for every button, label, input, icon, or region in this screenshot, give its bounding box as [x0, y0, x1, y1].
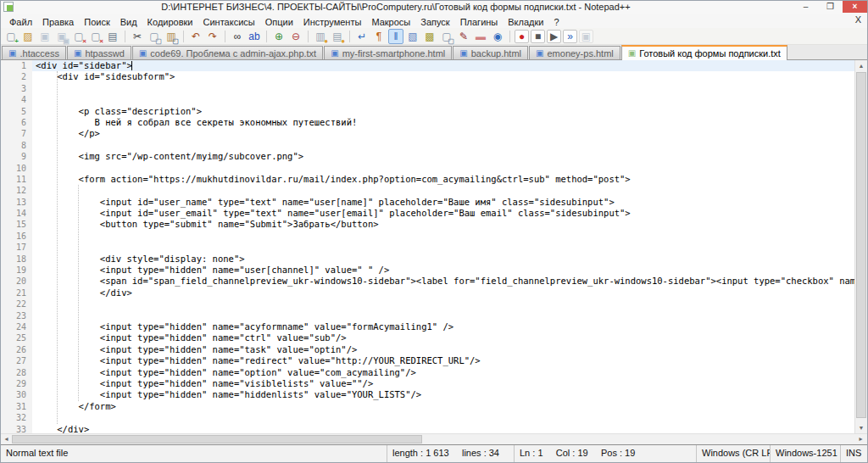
macro-run-multiple-icon[interactable]: » [563, 30, 577, 43]
code-line-11[interactable]: 11 <form action="https://mukhutdinovilda… [1, 174, 854, 185]
zoom-out-icon[interactable]: ⊖ [288, 29, 303, 44]
undo-icon[interactable]: ↶ [188, 29, 203, 44]
horizontal-scrollbar[interactable]: ◂ ▸ [1, 433, 867, 444]
code-line-21[interactable]: 21 </div> [1, 287, 854, 298]
code-line-4[interactable]: 4 [1, 94, 854, 105]
menu-item-Макросы[interactable]: Макросы [366, 16, 415, 28]
define-language-icon[interactable]: ✎ [456, 29, 471, 44]
code-line-16[interactable]: 16 [1, 231, 854, 242]
code-line-2[interactable]: 2 <div id="sidesubform"> [1, 71, 854, 82]
word-wrap-icon[interactable]: ↵ [354, 29, 370, 44]
code-line-1[interactable]: 1<div id="sidebar"> [1, 60, 854, 71]
code-line-19[interactable]: 19 <input type="hidden" name="user[chann… [1, 265, 854, 276]
macro-stop-icon[interactable]: ■ [531, 30, 545, 43]
restore-button[interactable]: ❐ [818, 1, 843, 13]
code-line-7[interactable]: 7 </p> [1, 128, 854, 139]
doc-switcher-icon[interactable]: ▢▢ [439, 29, 454, 44]
status-insert-mode[interactable]: INS [840, 445, 867, 462]
text-editor[interactable]: 1<div id="sidebar">2 <div id="sidesubfor… [1, 60, 867, 433]
code-line-26[interactable]: 26 <input type="hidden" name="task" valu… [1, 344, 854, 355]
code-line-5[interactable]: 5 <p class="description"> [1, 106, 854, 117]
code-line-27[interactable]: 27 <input type="hidden" name="redirect" … [1, 355, 854, 366]
code-line-20[interactable]: 20 <span id="span_field_channelpreview_u… [1, 276, 854, 287]
code-line-18[interactable]: 18 <div style="display: none"> [1, 254, 854, 265]
menu-item-Файл[interactable]: Файл [4, 16, 37, 28]
status-encoding[interactable]: Windows-1251 [770, 445, 840, 462]
scroll-up-arrow-icon[interactable]: ▲ [855, 60, 867, 71]
replace-icon[interactable]: ab [247, 29, 262, 44]
minimize-button[interactable]: – [793, 1, 818, 13]
tab-Готовый код формы подписки.txt[interactable]: ▣Готовый код формы подписки.txt [621, 45, 787, 60]
find-icon[interactable]: ∞ [230, 29, 245, 44]
menu-item-Плагины[interactable]: Плагины [455, 16, 504, 28]
code-line-15[interactable]: 15 <button type="submit" name="Submit">З… [1, 219, 854, 230]
code-area[interactable]: 1<div id="sidebar">2 <div id="sidesubfor… [1, 60, 854, 433]
tab-emoney-ps.html[interactable]: ▣emoney-ps.html [529, 46, 620, 59]
code-line-6[interactable]: 6 В ней я собрал все секреты экономных п… [1, 117, 854, 128]
close-document-icon[interactable]: X [855, 14, 861, 25]
menu-item-Кодировки[interactable]: Кодировки [142, 16, 198, 28]
plugin-tool-icon[interactable]: ▬ [473, 29, 488, 44]
code-line-28[interactable]: 28 <input type="hidden" name="option" va… [1, 367, 854, 378]
tab-code69. Проблема с admin-ajax.php.txt[interactable]: ▣code69. Проблема с admin-ajax.php.txt [132, 46, 323, 59]
horizontal-scroll-thumb[interactable] [12, 435, 422, 443]
code-line-14[interactable]: 14 <input id="user_email" type="text" na… [1, 208, 854, 219]
macro-record-icon[interactable]: ● [515, 30, 529, 43]
vertical-scrollbar[interactable]: ▲ ▼ [854, 60, 867, 433]
tab-my-first-smartphone.html[interactable]: ▣my-first-smartphone.html [324, 46, 452, 59]
code-line-10[interactable]: 10 [1, 163, 854, 174]
code-line-22[interactable]: 22 [1, 298, 854, 310]
macro-play-icon[interactable]: ▶ [547, 30, 561, 43]
new-file-icon[interactable]: ▢+ [3, 29, 19, 44]
code-line-33[interactable]: 33 </div> [1, 424, 854, 434]
menu-item-Опции[interactable]: Опции [260, 16, 298, 28]
vertical-scroll-thumb[interactable] [856, 72, 866, 418]
code-line-23[interactable]: 23 [1, 310, 854, 321]
show-indent-guide-icon[interactable]: ‖ [388, 29, 403, 44]
code-line-3[interactable]: 3 [1, 83, 854, 94]
close-button[interactable]: × [843, 1, 867, 13]
tab-htpasswd[interactable]: ▣htpasswd [67, 46, 131, 59]
code-line-8[interactable]: 8 [1, 140, 854, 151]
menu-item-Инструменты[interactable]: Инструменты [298, 16, 367, 28]
code-line-31[interactable]: 31 </form> [1, 401, 854, 412]
open-folder-icon[interactable]: ▨ [20, 29, 36, 44]
code-line-9[interactable]: 9 <img src="/wp-content/myimg/subcover.p… [1, 151, 854, 162]
function-list-icon[interactable]: ▩ [422, 29, 437, 44]
menu-item-Правка[interactable]: Правка [37, 16, 79, 28]
menu-item-Запуск[interactable]: Запуск [415, 16, 454, 28]
code-line-24[interactable]: 24 <input type="hidden" name="acyformnam… [1, 321, 854, 332]
code-line-13[interactable]: 13 <input id="user_name" type="text" nam… [1, 197, 854, 208]
tab-.htaccess[interactable]: ▣.htaccess [2, 46, 66, 59]
menu-item-Поиск[interactable]: Поиск [79, 16, 114, 28]
code-line-17[interactable]: 17 [1, 242, 854, 253]
menu-item-Синтаксисы[interactable]: Синтаксисы [198, 16, 260, 28]
print-icon[interactable]: ▤ [105, 29, 120, 44]
zoom-in-icon[interactable]: ⊕ [271, 29, 287, 44]
code-line-30[interactable]: 30 <input type="hidden" name="hiddenlist… [1, 389, 854, 400]
status-eol-format[interactable]: Windows (CR LF) [696, 445, 770, 462]
scroll-right-arrow-icon[interactable]: ▸ [855, 434, 866, 444]
scroll-down-arrow-icon[interactable]: ▼ [855, 422, 867, 433]
monitoring-eye-icon[interactable]: ◉ [490, 29, 505, 44]
sync-vertical-scroll-icon[interactable]: ▥● [313, 29, 328, 44]
code-line-32[interactable]: 32 [1, 412, 854, 423]
menu-item-Вид[interactable]: Вид [115, 16, 142, 28]
code-line-12[interactable]: 12 [1, 185, 854, 196]
redo-icon[interactable]: ↷ [205, 29, 220, 44]
close-file-icon[interactable]: ▢× [71, 29, 86, 44]
menu-item-?[interactable]: ? [548, 16, 564, 28]
code-line-25[interactable]: 25 <input type="hidden" name="ctrl" valu… [1, 332, 854, 343]
code-line-29[interactable]: 29 <input type="hidden" name="visiblelis… [1, 378, 854, 389]
paste-icon[interactable]: ▥▢ [164, 29, 179, 44]
cut-icon[interactable]: ✂ [130, 29, 145, 44]
show-all-characters-icon[interactable]: ¶ [371, 29, 387, 44]
menu-item-Вкладки[interactable]: Вкладки [503, 16, 548, 28]
scroll-left-arrow-icon[interactable]: ◂ [1, 434, 12, 444]
tab-backup.html[interactable]: ▣backup.html [453, 46, 528, 59]
doc-map-icon[interactable]: ▧ [405, 29, 420, 44]
toolbar-separator [349, 31, 350, 42]
sync-horizontal-scroll-icon[interactable]: ▤● [330, 29, 345, 44]
close-all-icon[interactable]: ▢× [88, 29, 103, 44]
copy-icon[interactable]: ▢▢ [147, 29, 162, 44]
